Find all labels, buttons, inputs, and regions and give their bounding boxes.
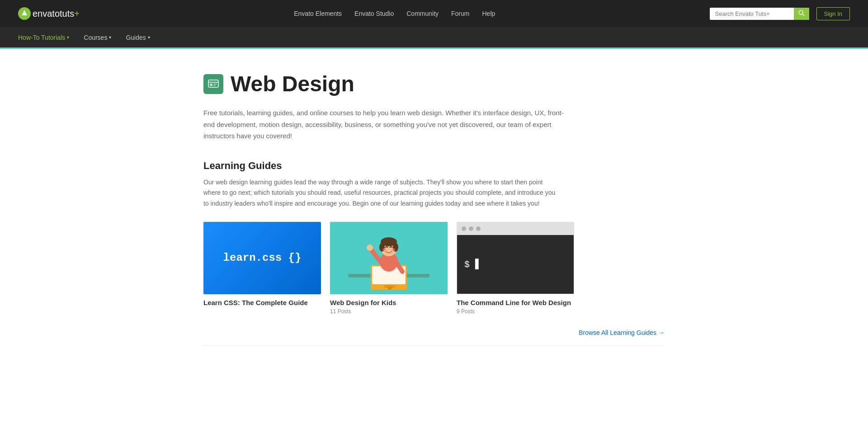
nav-forum[interactable]: Forum	[451, 10, 469, 17]
page-title-section: Web Design	[203, 71, 665, 96]
svg-line-2	[802, 14, 804, 16]
sub-nav: How-To Tutorials ▾ Courses ▾ Guides ▾	[0, 27, 868, 49]
chevron-down-icon: ▾	[148, 35, 150, 40]
envato-logo-icon	[18, 7, 31, 20]
learning-guides-section: Learning Guides Our web design learning …	[203, 160, 665, 346]
svg-point-13	[388, 287, 392, 290]
browse-all-learning-guides-link[interactable]: Browse All Learning Guides →	[579, 329, 665, 336]
learning-guides-title: Learning Guides	[203, 160, 665, 172]
svg-point-19	[382, 248, 386, 252]
card-cmd-prompt: $ ▋	[464, 259, 481, 270]
card-command-line[interactable]: $ ▋ The Command Line for Web Design 9 Po…	[457, 222, 574, 315]
card-kids-title: Web Design for Kids	[330, 299, 448, 306]
card-learn-css-image: learn.css {}	[203, 222, 321, 294]
card-cmd-title: The Command Line for Web Design	[457, 299, 574, 306]
sign-in-button[interactable]: Sign In	[816, 7, 850, 20]
chevron-down-icon: ▾	[67, 35, 69, 40]
learning-guides-description: Our web design learning guides lead the …	[203, 177, 556, 209]
card-web-design-kids[interactable]: Web Design for Kids 11 Posts	[330, 222, 448, 315]
card-learn-css[interactable]: learn.css {} Learn CSS: The Complete Gui…	[203, 222, 321, 315]
nav-envato-studio[interactable]: Envato Studio	[354, 10, 394, 17]
svg-rect-6	[213, 84, 217, 85]
svg-rect-5	[210, 84, 212, 86]
svg-point-20	[392, 248, 395, 252]
nav-community[interactable]: Community	[406, 10, 439, 17]
subnav-courses[interactable]: Courses ▾	[84, 34, 111, 41]
svg-point-1	[799, 10, 803, 14]
search-icon	[798, 10, 805, 16]
card-cmd-body: $ ▋	[457, 235, 574, 294]
subnav-guides[interactable]: Guides ▾	[126, 34, 150, 41]
card-cmd-meta: 9 Posts	[457, 308, 574, 315]
logo-text: envatotuts+	[33, 9, 80, 19]
page-description: Free tutorials, learning guides, and onl…	[203, 107, 565, 142]
category-icon	[203, 74, 223, 94]
nav-envato-elements[interactable]: Envato Elements	[294, 10, 342, 17]
header-nav: Envato Elements Envato Studio Community …	[294, 9, 495, 18]
card-kids-image	[330, 222, 448, 294]
main-content: Web Design Free tutorials, learning guid…	[185, 49, 683, 373]
svg-point-22	[367, 245, 373, 251]
page-title: Web Design	[231, 71, 354, 96]
svg-rect-3	[208, 80, 218, 87]
subnav-how-to-tutorials[interactable]: How-To Tutorials ▾	[18, 34, 69, 41]
svg-rect-7	[213, 85, 216, 86]
card-cmd-image: $ ▋	[457, 222, 574, 294]
web-design-icon	[208, 78, 219, 90]
card-learn-css-title: Learn CSS: The Complete Guide	[203, 299, 321, 306]
card-cmd-titlebar	[457, 222, 574, 235]
card-kids-meta: 11 Posts	[330, 308, 448, 315]
window-dot-2	[469, 226, 473, 231]
window-dot-1	[462, 226, 466, 231]
window-dot-3	[476, 226, 481, 231]
logo[interactable]: envatotuts+	[18, 7, 80, 20]
kids-illustration	[330, 222, 448, 294]
chevron-down-icon: ▾	[109, 35, 111, 40]
header-right: Sign In	[710, 7, 850, 20]
site-header: envatotuts+ Envato Elements Envato Studi…	[0, 0, 868, 27]
search-box	[710, 8, 809, 20]
nav-help[interactable]: Help	[482, 10, 495, 17]
browse-link-row: Browse All Learning Guides →	[203, 324, 665, 346]
search-button[interactable]	[794, 8, 809, 20]
card-css-text: learn.css {}	[223, 252, 302, 264]
cards-grid: learn.css {} Learn CSS: The Complete Gui…	[203, 222, 665, 315]
